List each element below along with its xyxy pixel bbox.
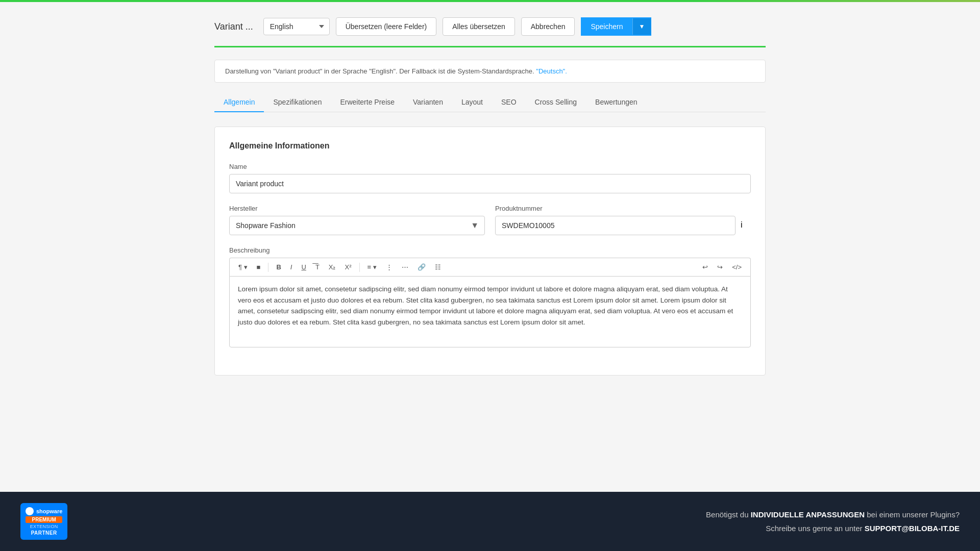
rte-strikethrough-btn[interactable]: ͞T bbox=[312, 261, 323, 273]
footer-left: shopware PREMIUM EXTENSION PARTNER bbox=[20, 503, 67, 540]
rte-underline-btn[interactable]: U bbox=[298, 261, 309, 273]
tab-layout[interactable]: Layout bbox=[452, 93, 492, 112]
rte-undo-btn[interactable]: ↩ bbox=[699, 261, 712, 273]
hersteller-produktnummer-row: Hersteller Shopware Fashion ▼ Produktnum… bbox=[229, 205, 751, 235]
footer-text-bold: INDIVIDUELLE ANPASSUNGEN bbox=[751, 510, 865, 519]
hersteller-label: Hersteller bbox=[229, 205, 485, 212]
translate-all-button[interactable]: Alles übersetzen bbox=[443, 17, 515, 36]
rte-table-btn[interactable]: ☷ bbox=[431, 261, 445, 273]
info-banner-link[interactable]: "Deutsch". bbox=[536, 67, 567, 75]
rte-toolbar: ¶ ▾ ■ B I U ͞T X₂ X² ≡ ▾ ⋮ ⋯ 🔗 ☷ ↩ bbox=[229, 258, 751, 276]
footer-text2-before: Schreibe uns gerne an unter bbox=[766, 524, 862, 533]
produktnummer-label: Produktnummer bbox=[495, 205, 751, 212]
rte-subscript-btn[interactable]: X₂ bbox=[325, 261, 339, 273]
tab-allgemein[interactable]: Allgemein bbox=[214, 93, 264, 112]
hersteller-select-wrap: Shopware Fashion ▼ bbox=[229, 216, 485, 235]
rte-body[interactable]: Lorem ipsum dolor sit amet, consetetur s… bbox=[229, 276, 751, 347]
rte-link-btn[interactable]: 🔗 bbox=[414, 261, 429, 273]
footer: shopware PREMIUM EXTENSION PARTNER Benöt… bbox=[0, 492, 980, 551]
shopware-badge: shopware PREMIUM EXTENSION PARTNER bbox=[20, 503, 67, 540]
footer-line-1: Benötigst du INDIVIDUELLE ANPASSUNGEN be… bbox=[706, 508, 960, 521]
footer-line-2: Schreibe uns gerne an unter SUPPORT@BILO… bbox=[706, 521, 960, 535]
name-label: Name bbox=[229, 163, 751, 170]
tab-spezifikationen[interactable]: Spezifikationen bbox=[264, 93, 331, 112]
rte-list-btn[interactable]: ⋮ bbox=[382, 261, 396, 273]
top-bar: Variant ... English Deutsch Français Übe… bbox=[214, 17, 766, 47]
footer-text-after: bei einem unserer Plugins? bbox=[867, 510, 960, 519]
save-button[interactable]: Speichern bbox=[581, 18, 632, 35]
general-info-card: Allgemeine Informationen Name Hersteller… bbox=[214, 127, 766, 375]
footer-support-email: SUPPORT@BILOBA-IT.DE bbox=[865, 524, 960, 533]
rte-source-btn[interactable]: </> bbox=[728, 261, 745, 273]
info-banner-text: Darstellung von "Variant product" in der… bbox=[225, 67, 534, 75]
shopware-badge-premium: PREMIUM bbox=[26, 516, 62, 523]
footer-text-before: Benötigst du bbox=[706, 510, 748, 519]
tab-erweiterte-preise[interactable]: Erweiterte Preise bbox=[331, 93, 404, 112]
rte-superscript-btn[interactable]: X² bbox=[341, 261, 355, 273]
hersteller-select[interactable]: Shopware Fashion bbox=[229, 216, 485, 235]
rte-align-btn[interactable]: ≡ ▾ bbox=[364, 261, 380, 273]
shopware-badge-partner: PARTNER bbox=[31, 530, 57, 536]
tabs-navigation: Allgemein Spezifikationen Erweiterte Pre… bbox=[214, 93, 766, 112]
footer-right: Benötigst du INDIVIDUELLE ANPASSUNGEN be… bbox=[706, 508, 960, 535]
rte-divider-2 bbox=[359, 263, 360, 272]
content-wrapper: Variant ... English Deutsch Français Übe… bbox=[204, 2, 776, 391]
rte-italic-btn[interactable]: I bbox=[287, 261, 296, 273]
shopware-logo-icon bbox=[26, 507, 34, 515]
name-input[interactable] bbox=[229, 174, 751, 193]
save-button-group: Speichern ▼ bbox=[581, 17, 651, 36]
card-title: Allgemeine Informationen bbox=[229, 141, 751, 151]
page-title: Variant ... bbox=[214, 21, 253, 32]
info-banner: Darstellung von "Variant product" in der… bbox=[214, 60, 766, 83]
tab-cross-selling[interactable]: Cross Selling bbox=[526, 93, 586, 112]
name-field-group: Name bbox=[229, 163, 751, 193]
hersteller-col: Hersteller Shopware Fashion ▼ bbox=[229, 205, 485, 235]
tab-varianten[interactable]: Varianten bbox=[404, 93, 452, 112]
tab-bewertungen[interactable]: Bewertungen bbox=[586, 93, 647, 112]
shopware-badge-brand: shopware bbox=[26, 507, 62, 515]
save-dropdown-arrow[interactable]: ▼ bbox=[632, 18, 651, 35]
rte-divider-1 bbox=[268, 263, 268, 272]
main-area: Variant ... English Deutsch Français Übe… bbox=[0, 2, 980, 492]
rte-bold-btn[interactable]: B bbox=[273, 261, 284, 273]
tab-seo[interactable]: SEO bbox=[492, 93, 526, 112]
cancel-button[interactable]: Abbrechen bbox=[521, 17, 575, 36]
translate-empty-button[interactable]: Übersetzen (leere Felder) bbox=[336, 17, 437, 36]
rte-format-btn[interactable]: ■ bbox=[253, 261, 264, 273]
produktnummer-input-wrap: i bbox=[495, 216, 751, 235]
produktnummer-info-icon[interactable]: i bbox=[741, 220, 751, 231]
produktnummer-input[interactable] bbox=[495, 216, 736, 235]
produktnummer-col: Produktnummer i bbox=[495, 205, 751, 235]
language-select[interactable]: English Deutsch Français bbox=[263, 18, 330, 35]
shopware-badge-extension: EXTENSION bbox=[30, 524, 58, 529]
beschreibung-label: Beschreibung bbox=[229, 246, 751, 254]
rte-orderedlist-btn[interactable]: ⋯ bbox=[398, 261, 412, 273]
beschreibung-field-group: Beschreibung ¶ ▾ ■ B I U ͞T X₂ X² ≡ ▾ ⋮ … bbox=[229, 246, 751, 347]
rte-redo-btn[interactable]: ↪ bbox=[714, 261, 726, 273]
rte-paragraph-btn[interactable]: ¶ ▾ bbox=[235, 261, 251, 273]
